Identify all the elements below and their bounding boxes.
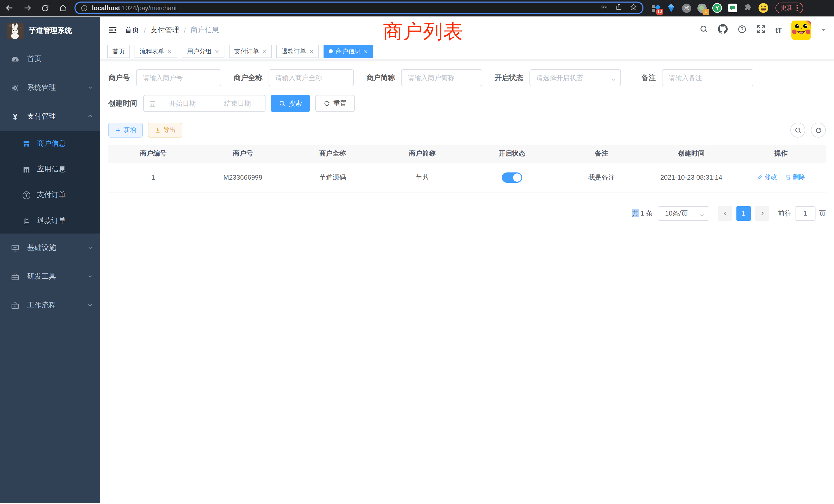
close-icon[interactable] <box>262 49 266 54</box>
caret-down-icon[interactable] <box>821 25 826 35</box>
close-icon[interactable] <box>168 49 172 54</box>
grid-icon <box>23 165 30 173</box>
page-number-1[interactable]: 1 <box>737 206 751 221</box>
full-name-input[interactable] <box>269 69 354 86</box>
search-button[interactable]: 搜索 <box>271 95 310 112</box>
close-icon[interactable] <box>215 49 219 54</box>
next-page-button[interactable] <box>755 206 769 221</box>
sidebar-item-label: 系统管理 <box>27 83 56 92</box>
password-key-icon[interactable] <box>600 3 608 13</box>
tags-view: 首页 流程表单 用户分组 支付订单 退款订单 商户信息 <box>100 43 834 60</box>
breadcrumb-current: 商户信息 <box>191 25 219 35</box>
close-icon[interactable] <box>364 49 368 54</box>
short-name-input[interactable] <box>401 69 482 86</box>
sidebar-item-home[interactable]: 首页 <box>0 45 100 73</box>
sidebar-item-system[interactable]: 系统管理 <box>0 73 100 102</box>
goto-page-input[interactable] <box>795 206 815 221</box>
extension-y-icon[interactable]: Y <box>712 3 722 13</box>
sidebar-item-dev-tools[interactable]: 研发工具 <box>0 262 100 291</box>
sidebar-item-pay[interactable]: ¥ 支付管理 <box>0 102 100 131</box>
calendar-icon <box>149 100 156 107</box>
github-icon[interactable] <box>718 24 728 36</box>
breadcrumb-pay[interactable]: 支付管理 <box>151 25 179 35</box>
yen-icon: ¥ <box>11 112 20 121</box>
delete-link[interactable]: 删除 <box>785 173 805 182</box>
goto-suffix: 页 <box>819 209 826 218</box>
plus-icon <box>115 127 121 133</box>
tab-process-form[interactable]: 流程表单 <box>135 45 177 58</box>
sidebar-item-label: 基础设施 <box>27 243 56 253</box>
font-size-icon[interactable]: tT <box>775 26 782 35</box>
extension-tabs-icon[interactable]: 10 <box>651 3 660 13</box>
browser-home-button[interactable] <box>59 4 67 12</box>
create-time-range-picker[interactable]: 开始日期 - 结束日期 <box>143 95 265 112</box>
tab-pay-order[interactable]: 支付订单 <box>229 45 272 58</box>
tab-home[interactable]: 首页 <box>107 45 130 58</box>
toggle-search-button[interactable] <box>790 123 805 138</box>
chevron-down-icon <box>87 301 93 310</box>
sidebar-item-app-info[interactable]: 应用信息 <box>0 157 100 182</box>
sidebar-item-infra[interactable]: 基础设施 <box>0 233 100 262</box>
profile-emoji-icon[interactable] <box>759 3 768 13</box>
export-button[interactable]: 导出 <box>148 123 182 138</box>
edit-link[interactable]: 修改 <box>757 173 777 182</box>
status-label: 开启状态 <box>495 73 523 83</box>
tab-merchant-info[interactable]: 商户信息 <box>324 45 373 58</box>
sidebar-item-pay-order[interactable]: ¥ 支付订单 <box>0 182 100 208</box>
extensions-puzzle-icon[interactable] <box>743 3 753 13</box>
add-button-label: 新增 <box>124 126 136 135</box>
status-toggle[interactable] <box>502 172 522 182</box>
status-select-input[interactable] <box>529 69 621 86</box>
help-icon[interactable] <box>738 24 747 36</box>
refresh-icon <box>324 100 330 107</box>
browser-update-menu-button[interactable]: 更新 <box>775 3 803 13</box>
status-select[interactable] <box>529 69 621 86</box>
briefcase-icon <box>11 301 20 310</box>
screen: localhost:1024/pay/merchant 10 ⌘ 1 Y <box>0 0 834 504</box>
browser-back-button[interactable] <box>5 4 14 12</box>
prev-page-button[interactable] <box>718 206 732 221</box>
reset-button[interactable]: 重置 <box>315 95 355 112</box>
toolbox-icon <box>11 272 20 281</box>
app-logo[interactable]: 芋道管理系统 <box>0 17 100 45</box>
close-icon[interactable] <box>309 49 314 54</box>
search-icon[interactable] <box>699 25 708 36</box>
sidebar-item-label: 应用信息 <box>37 165 66 174</box>
tab-refund-order[interactable]: 退款订单 <box>276 45 319 58</box>
browser-forward-button[interactable] <box>23 4 32 12</box>
sidebar-collapse-button[interactable] <box>108 25 117 35</box>
remark-input[interactable] <box>662 69 753 86</box>
column-header: 开启状态 <box>467 145 557 163</box>
breadcrumb: 首页 / 支付管理 / 商户信息 <box>125 25 219 35</box>
breadcrumb-home[interactable]: 首页 <box>125 25 139 35</box>
breadcrumb-separator: / <box>144 26 146 34</box>
add-button[interactable]: 新增 <box>108 123 143 138</box>
column-header: 商户编号 <box>108 145 198 163</box>
site-info-icon[interactable] <box>81 4 88 12</box>
url-text[interactable]: localhost:1024/pay/merchant <box>92 4 596 12</box>
extension-chat-icon[interactable] <box>728 3 738 13</box>
sidebar-item-refund-order[interactable]: 退款订单 <box>0 208 100 233</box>
merchant-no-input[interactable] <box>136 69 221 86</box>
bookmark-star-icon[interactable] <box>630 3 637 13</box>
address-bar[interactable]: localhost:1024/pay/merchant <box>74 2 643 14</box>
sidebar-item-workflow[interactable]: 工作流程 <box>0 291 100 320</box>
tab-user-group[interactable]: 用户分组 <box>182 45 224 58</box>
extension-recorder-icon[interactable]: 1 <box>697 3 707 13</box>
sidebar-item-merchant-info[interactable]: 商户信息 <box>0 131 100 157</box>
fullscreen-icon[interactable] <box>756 24 766 36</box>
refresh-table-button[interactable] <box>811 123 826 138</box>
extension-command-icon[interactable]: ⌘ <box>681 3 691 13</box>
extension-balloon-icon[interactable] <box>666 3 676 13</box>
column-header: 商户简称 <box>377 145 467 163</box>
user-avatar[interactable] <box>791 20 811 40</box>
reset-button-label: 重置 <box>333 99 347 108</box>
edit-link-label: 修改 <box>765 173 777 182</box>
kebab-menu-icon <box>796 5 798 11</box>
share-icon[interactable] <box>615 3 622 13</box>
table-row: 1 M233666999 芋道源码 芋艿 我是备注 2021-10-23 08:… <box>108 163 826 192</box>
page-size-select[interactable]: 10条/页 <box>658 206 709 221</box>
update-label: 更新 <box>781 4 793 12</box>
chevron-down-icon <box>87 244 93 252</box>
browser-reload-button[interactable] <box>41 4 49 12</box>
